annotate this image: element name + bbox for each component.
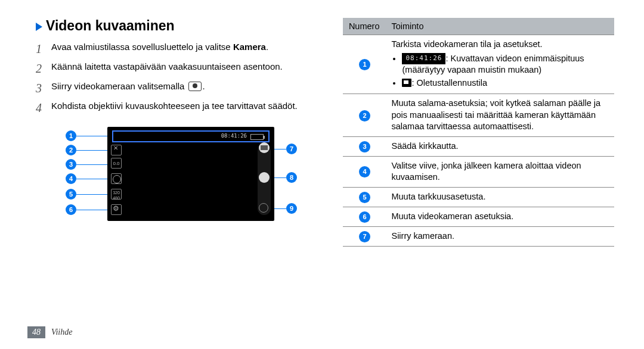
- videocamera-icon: [259, 142, 270, 153]
- timer-icon: [111, 173, 122, 184]
- row-main: Muuta tarkkuusasetusta.: [385, 188, 614, 207]
- gear-icon: [111, 204, 122, 215]
- page-footer: 48 Viihde: [27, 326, 72, 338]
- row-main: Valitse viive, jonka jälkeen kamera aloi…: [385, 156, 614, 187]
- table-row: 6 Muuta videokameran asetuksia.: [343, 207, 614, 226]
- viewfinder-screen: 08:41:26 0.0 320 480: [107, 127, 274, 221]
- gallery-icon: [259, 203, 268, 213]
- step-text: Kohdista objektiivi kuvauskohteeseen ja …: [51, 100, 319, 112]
- callout-badge-6: 6: [66, 204, 76, 215]
- step-text: Käännä laitetta vastapäivään vaakasuunta…: [51, 61, 319, 73]
- row-main: Muuta videokameran asetuksia.: [385, 207, 614, 226]
- step-list: 1 Avaa valmiustilassa sovellusluettelo j…: [36, 41, 319, 116]
- step-number: 2: [36, 61, 51, 77]
- function-table: Numero Toiminto 1 Tarkista videokameran …: [343, 18, 614, 247]
- table-row: 1 Tarkista videokameran tila ja asetukse…: [343, 35, 614, 94]
- table-row: 4 Valitse viive, jonka jälkeen kamera al…: [343, 156, 614, 187]
- page-section: Viihde: [51, 328, 73, 336]
- callout-badge-7: 7: [286, 144, 297, 154]
- step-number: 4: [36, 100, 51, 116]
- page-number: 48: [27, 326, 45, 338]
- chevron-icon: [36, 23, 42, 31]
- callout-badge-5: 5: [66, 189, 76, 200]
- row-badge: 4: [359, 166, 370, 177]
- col-number: Numero: [343, 18, 386, 35]
- status-bar: 08:41:26: [112, 130, 270, 142]
- row-badge: 5: [359, 192, 370, 203]
- row-main: Säädä kirkkautta.: [385, 136, 614, 156]
- step-text: Siirry videokameraan valitsemalla .: [51, 80, 319, 92]
- time-remaining: 08:41:26: [221, 133, 247, 139]
- row-main: Tarkista videokameran tila ja asetukset.: [391, 39, 609, 51]
- col-function: Toiminto: [385, 18, 614, 35]
- row-badge: 6: [359, 211, 370, 223]
- step: 3 Siirry videokameraan valitsemalla .: [36, 80, 319, 96]
- step: 2 Käännä laitetta vastapäivään vaakasuun…: [36, 61, 319, 77]
- mode-rail: [258, 145, 271, 215]
- step-text: Avaa valmiustilassa sovellusluettelo ja …: [51, 41, 319, 53]
- timecode-icon: 08:41:26: [402, 53, 445, 64]
- battery-icon: [250, 134, 264, 140]
- section-heading: Videon kuvaaminen: [36, 18, 319, 34]
- step: 1 Avaa valmiustilassa sovellusluettelo j…: [36, 41, 319, 57]
- viewfinder-diagram: 1 2 3 4 5 6 7 8 9 08:41:26: [66, 127, 304, 234]
- callout-badge-4: 4: [66, 173, 76, 184]
- title-text: Videon kuvaaminen: [46, 18, 175, 33]
- camera-icon: [188, 82, 202, 91]
- row-badge: 3: [359, 141, 370, 152]
- table-row: 2 Muuta salama-asetuksia; voit kytkeä sa…: [343, 94, 614, 137]
- exposure-icon: 0.0: [111, 158, 122, 169]
- resolution-icon: 320 480: [111, 189, 122, 200]
- table-row: 7 Siirry kameraan.: [343, 226, 614, 246]
- callout-badge-2: 2: [66, 145, 76, 155]
- storage-icon: [402, 79, 411, 87]
- flash-icon: [111, 145, 122, 155]
- callout-badge-9: 9: [286, 203, 297, 214]
- table-row: 3 Säädä kirkkautta.: [343, 136, 614, 156]
- table-row: 5 Muuta tarkkuusasetusta.: [343, 188, 614, 207]
- row-badge: 2: [359, 110, 370, 121]
- step: 4 Kohdista objektiivi kuvauskohteeseen j…: [36, 100, 319, 116]
- row-badge: 7: [359, 231, 370, 242]
- step-number: 3: [36, 80, 51, 96]
- step-number: 1: [36, 41, 51, 57]
- callout-badge-1: 1: [66, 130, 76, 141]
- row-main: Siirry kameraan.: [385, 226, 614, 246]
- callout-badge-3: 3: [66, 159, 76, 170]
- row-badge: 1: [359, 59, 370, 70]
- row-sublist: 08:41:26: Kuvattavan videon enimmäispitu…: [402, 53, 609, 89]
- callout-badge-8: 8: [286, 172, 297, 183]
- row-main: Muuta salama-asetuksia; voit kytkeä sala…: [385, 94, 614, 137]
- record-button-icon: [259, 172, 270, 183]
